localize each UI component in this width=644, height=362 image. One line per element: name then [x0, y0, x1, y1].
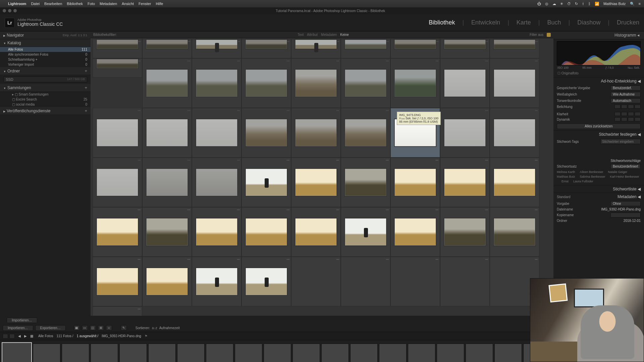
sort-value[interactable]: Aufnahmezeit	[159, 326, 180, 330]
grid-cell[interactable]: •••	[93, 207, 142, 257]
menu-fenster[interactable]: Fenster	[139, 2, 151, 6]
grid-cell[interactable]: •••	[142, 108, 192, 158]
thumbnail[interactable]	[444, 119, 486, 147]
menubar-icon[interactable]: ≡	[639, 2, 641, 6]
thumbnail[interactable]	[444, 39, 486, 49]
module-entwickeln[interactable]: Entwickeln	[471, 19, 500, 26]
reset-all-button[interactable]: Alles zurücksetzen	[557, 123, 641, 129]
folders-header[interactable]: ▼Ordner +	[0, 67, 91, 75]
grid-cell[interactable]: •••	[142, 58, 192, 108]
menubar-icon[interactable]: 📶	[595, 2, 599, 6]
navigator-header[interactable]: ▶Navigator Einp. Ausf. 1:1 3:1	[0, 32, 91, 39]
collection-row[interactable]: ▢ Excire Search25	[0, 97, 91, 102]
grid-cell[interactable]: •••	[341, 207, 390, 257]
thumbnail[interactable]	[96, 119, 139, 147]
clarity-stepper[interactable]	[614, 112, 641, 116]
grid-cell[interactable]: •••	[341, 39, 390, 58]
filmstrip-thumb[interactable]	[235, 344, 262, 362]
thumbnail[interactable]	[245, 267, 287, 296]
catalog-row[interactable]: Alle synchronisierten Fotos0	[0, 52, 91, 57]
export-button[interactable]: Exportieren…	[35, 325, 66, 331]
thumbnail[interactable]	[96, 218, 139, 246]
sort-dir-icon[interactable]: a↓z	[152, 326, 157, 330]
adhoc-header[interactable]: Ad-hoc-Entwicklung ◀	[553, 77, 644, 85]
grid-cell[interactable]: •••	[241, 158, 291, 207]
thumbnail[interactable]	[245, 218, 287, 246]
thumbnail[interactable]	[196, 119, 238, 147]
grid-cell[interactable]: •••	[490, 58, 539, 108]
secondary-display-icons[interactable]	[3, 334, 15, 339]
menu-ansicht[interactable]: Ansicht	[122, 2, 134, 6]
painter-icon[interactable]: ✎	[121, 325, 127, 330]
exposure-stepper[interactable]	[614, 105, 641, 109]
grid-cell[interactable]: •••	[291, 108, 341, 158]
kwlist-header[interactable]: Stichwortliste ◀	[553, 185, 644, 193]
grid-cell[interactable]: •••	[390, 158, 440, 207]
filmstrip-thumb[interactable]	[379, 344, 407, 362]
grid-cell[interactable]: •••	[192, 207, 241, 257]
histogram-header[interactable]: Histogramm ◀	[553, 32, 644, 39]
grid-cell[interactable]: •••	[192, 158, 241, 207]
wb-select[interactable]: Wie Aufnahme	[610, 92, 641, 97]
grid-cell[interactable]: •••	[341, 108, 390, 158]
grid-cell[interactable]: •••	[291, 158, 341, 207]
thumbnail[interactable]	[295, 39, 337, 49]
grid-cell[interactable]: •••	[192, 108, 241, 158]
grid-cell[interactable]: •••	[490, 39, 539, 58]
filmstrip-thumb[interactable]	[2, 343, 32, 362]
filmstrip-thumb[interactable]	[177, 344, 205, 362]
filter-tab-text[interactable]: Text	[298, 33, 304, 37]
grid-cell[interactable]: •••	[341, 158, 390, 207]
module-bibliothek[interactable]: Bibliothek	[429, 19, 455, 26]
thumbnail[interactable]	[146, 69, 188, 97]
menubar-icon[interactable]: ᚼ	[582, 2, 584, 6]
thumbnail[interactable]	[344, 168, 387, 196]
filmstrip-thumb[interactable]	[437, 344, 464, 362]
filmstrip-thumb[interactable]	[494, 344, 522, 362]
import-button[interactable]: Importieren…	[3, 325, 33, 331]
thumbnail[interactable]	[444, 218, 486, 246]
grid-cell[interactable]: •••	[490, 108, 539, 158]
spotlight-icon[interactable]: 🔍	[630, 2, 635, 6]
status-flag-icon[interactable]: ⚑	[145, 334, 148, 338]
grid-cell[interactable]: •••	[490, 207, 539, 257]
grid-cell[interactable]: •••	[390, 207, 440, 257]
thumbnail[interactable]	[493, 168, 536, 196]
thumbnail[interactable]	[344, 218, 387, 246]
grid-view[interactable]: ••••••••••••••••••••••••••••••••••••••••…	[91, 38, 553, 316]
grid-view-icon[interactable]: ▦	[74, 325, 80, 330]
add-collection-icon[interactable]: +	[85, 85, 87, 90]
thumbnail[interactable]	[344, 119, 387, 147]
filter-lock-icon[interactable]	[547, 33, 551, 37]
grid-cell[interactable]: •••	[93, 39, 142, 58]
filmstrip-thumb[interactable]	[264, 344, 291, 362]
thumbnail[interactable]	[295, 168, 337, 196]
module-diashow[interactable]: Diashow	[577, 19, 600, 26]
thumbnail[interactable]	[394, 168, 436, 196]
grid-cell[interactable]: •••	[440, 158, 490, 207]
thumbnail[interactable]	[444, 168, 486, 196]
grid-cell[interactable]: •••	[291, 58, 341, 108]
nav-fwd-icon[interactable]: ▶	[24, 334, 27, 338]
filmstrip-thumb[interactable]	[206, 344, 233, 362]
menu-datei[interactable]: Datei	[31, 2, 40, 6]
grid-cell[interactable]: •••	[192, 257, 241, 306]
people-view-icon[interactable]: ☺	[106, 325, 112, 330]
thumbnail[interactable]	[96, 168, 139, 196]
thumbnail[interactable]	[493, 69, 536, 97]
grid-cell[interactable]: •••	[142, 207, 192, 257]
loupe-view-icon[interactable]: ▭	[82, 325, 88, 330]
thumbnail[interactable]	[245, 119, 287, 147]
grid-cell[interactable]: •••	[341, 58, 390, 108]
grid-cell[interactable]: •••	[440, 39, 490, 58]
filter-tab-metadaten[interactable]: Metadaten	[321, 33, 337, 37]
grid-cell[interactable]: •••	[241, 58, 291, 108]
module-buch[interactable]: Buch	[547, 19, 561, 26]
original-checkbox[interactable]: ☐ Originalfoto	[553, 71, 644, 77]
thumbnail[interactable]	[295, 218, 337, 246]
menubar-icon[interactable]: ↻	[575, 2, 578, 6]
collection-row[interactable]: ▢ social media0	[0, 102, 91, 107]
catalog-row[interactable]: Schnellsammlung +0	[0, 57, 91, 62]
menu-foto[interactable]: Foto	[88, 2, 95, 6]
vibrance-stepper[interactable]	[614, 117, 641, 121]
